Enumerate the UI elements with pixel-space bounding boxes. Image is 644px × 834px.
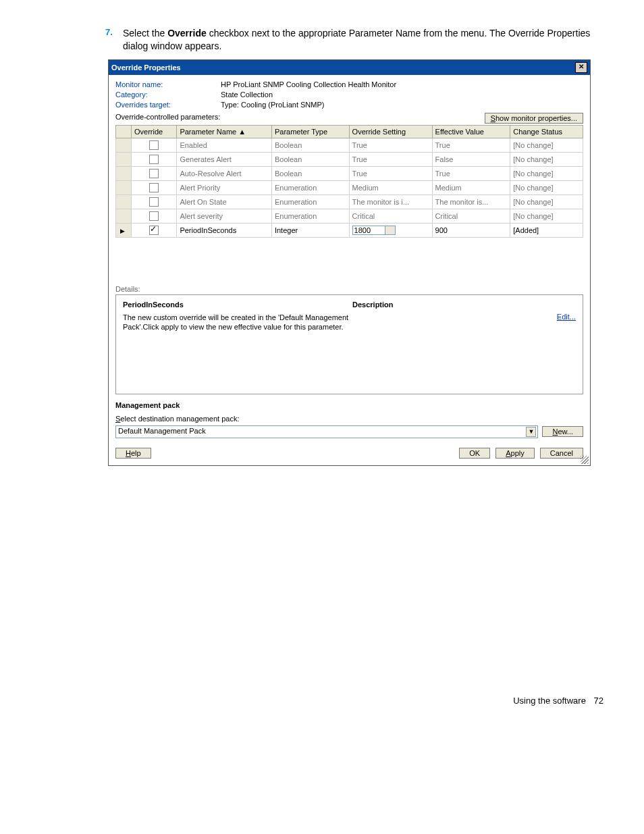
override-setting-cell: Critical bbox=[349, 209, 432, 223]
table-header-row: Override Parameter Name ▲ Parameter Type… bbox=[116, 125, 583, 138]
table-row[interactable]: Alert On StateEnumerationThe monitor is … bbox=[116, 194, 583, 209]
override-checkbox[interactable] bbox=[149, 155, 159, 164]
override-setting-cell: The monitor is i... bbox=[349, 194, 432, 209]
override-checkbox-cell bbox=[132, 138, 177, 152]
effective-value-cell: True bbox=[432, 166, 510, 180]
page-number: 72 bbox=[594, 696, 603, 706]
ok-button[interactable]: OK bbox=[459, 448, 490, 459]
param-name-cell: Enabled bbox=[177, 138, 272, 152]
show-monitor-properties-button[interactable]: Show monitor properties... bbox=[485, 113, 583, 124]
details-box: PeriodInSeconds Description The new cust… bbox=[115, 294, 583, 394]
help-button[interactable]: Help bbox=[115, 448, 151, 459]
table-row[interactable]: Generates AlertBooleanTrueFalse[No chang… bbox=[116, 152, 583, 166]
details-desc-header: Description bbox=[352, 301, 394, 309]
col-parameter-name[interactable]: Parameter Name ▲ bbox=[177, 125, 272, 138]
instruction-step: 7. Select the Override checkbox next to … bbox=[105, 27, 603, 53]
table-row[interactable]: PeriodInSecondsInteger1800900[Added] bbox=[116, 223, 583, 237]
param-name-cell: Generates Alert bbox=[177, 152, 272, 166]
override-checkbox-cell bbox=[132, 223, 177, 237]
change-status-cell: [No change] bbox=[510, 180, 583, 194]
change-status-cell: [No change] bbox=[510, 209, 583, 223]
override-checkbox[interactable] bbox=[149, 183, 159, 192]
param-name-cell: PeriodInSeconds bbox=[177, 223, 272, 237]
col-change-status[interactable]: Change Status bbox=[510, 125, 583, 138]
col-marker bbox=[116, 125, 132, 138]
change-status-cell: [No change] bbox=[510, 194, 583, 209]
category-label: Category: bbox=[115, 90, 221, 99]
change-status-cell: [Added] bbox=[510, 223, 583, 237]
table-row[interactable]: Auto-Resolve AlertBooleanTrueTrue[No cha… bbox=[116, 166, 583, 180]
mgmt-pack-select[interactable]: Default Management Pack bbox=[115, 425, 538, 438]
target-label: Overrides target: bbox=[115, 101, 221, 109]
col-override[interactable]: Override bbox=[132, 125, 177, 138]
row-marker bbox=[116, 138, 132, 152]
param-type-cell: Integer bbox=[271, 223, 349, 237]
override-setting-cell: Medium bbox=[349, 180, 432, 194]
row-marker bbox=[116, 194, 132, 209]
param-type-cell: Enumeration bbox=[271, 194, 349, 209]
edit-link[interactable]: Edit... bbox=[557, 313, 576, 321]
step-text: Select the Override checkbox next to the… bbox=[123, 27, 603, 53]
override-checkbox[interactable] bbox=[149, 211, 159, 221]
param-type-cell: Boolean bbox=[271, 152, 349, 166]
col-parameter-type[interactable]: Parameter Type bbox=[271, 125, 349, 138]
effective-value-cell: The monitor is... bbox=[432, 194, 510, 209]
override-setting-cell: True bbox=[349, 166, 432, 180]
param-name-cell: Alert severity bbox=[177, 209, 272, 223]
param-type-cell: Enumeration bbox=[271, 209, 349, 223]
override-checkbox-cell bbox=[132, 209, 177, 223]
override-checkbox[interactable] bbox=[149, 226, 159, 235]
details-title: PeriodInSeconds bbox=[123, 301, 352, 309]
page-footer: Using the software 72 bbox=[41, 696, 603, 706]
monitor-name-value: HP ProLiant SNMP Cooling Collection Heal… bbox=[221, 80, 396, 88]
col-effective-value[interactable]: Effective Value bbox=[432, 125, 510, 138]
override-checkbox-cell bbox=[132, 180, 177, 194]
table-row[interactable]: Alert PriorityEnumerationMediumMedium[No… bbox=[116, 180, 583, 194]
override-setting-cell[interactable]: 1800 bbox=[349, 223, 432, 237]
row-marker bbox=[116, 166, 132, 180]
param-type-cell: Boolean bbox=[271, 166, 349, 180]
setting-spinner[interactable]: 1800 bbox=[352, 226, 396, 235]
details-message: The new custom override will be created … bbox=[123, 313, 352, 332]
cancel-button[interactable]: Cancel bbox=[540, 448, 583, 459]
override-setting-cell: True bbox=[349, 152, 432, 166]
titlebar: Override Properties ✕ bbox=[109, 60, 590, 75]
parameters-table: Override Parameter Name ▲ Parameter Type… bbox=[115, 125, 583, 238]
effective-value-cell: False bbox=[432, 152, 510, 166]
category-value: State Collection bbox=[221, 90, 273, 99]
override-checkbox-cell bbox=[132, 152, 177, 166]
table-row[interactable]: Alert severityEnumerationCriticalCritica… bbox=[116, 209, 583, 223]
row-marker bbox=[116, 209, 132, 223]
details-label: Details: bbox=[115, 285, 583, 293]
change-status-cell: [No change] bbox=[510, 138, 583, 152]
monitor-name-label: Monitor name: bbox=[115, 80, 221, 88]
param-name-cell: Alert Priority bbox=[177, 180, 272, 194]
select-mgmt-pack-label: Select destination management pack: bbox=[115, 415, 583, 423]
effective-value-cell: True bbox=[432, 138, 510, 152]
override-params-label: Override-controlled parameters: bbox=[115, 113, 220, 121]
col-override-setting[interactable]: Override Setting bbox=[349, 125, 432, 138]
override-checkbox[interactable] bbox=[149, 197, 159, 207]
override-properties-dialog: Override Properties ✕ Monitor name: HP P… bbox=[108, 59, 591, 466]
new-button[interactable]: New... bbox=[542, 426, 583, 437]
override-setting-cell: True bbox=[349, 138, 432, 152]
override-checkbox[interactable] bbox=[149, 140, 159, 150]
change-status-cell: [No change] bbox=[510, 166, 583, 180]
param-name-cell: Auto-Resolve Alert bbox=[177, 166, 272, 180]
apply-button[interactable]: Apply bbox=[495, 448, 535, 459]
param-name-cell: Alert On State bbox=[177, 194, 272, 209]
step-number: 7. bbox=[105, 27, 123, 53]
param-type-cell: Boolean bbox=[271, 138, 349, 152]
resize-grip-icon[interactable] bbox=[581, 456, 589, 464]
target-value: Type: Cooling (ProLiant SNMP) bbox=[221, 101, 324, 109]
override-checkbox-cell bbox=[132, 166, 177, 180]
param-type-cell: Enumeration bbox=[271, 180, 349, 194]
row-marker bbox=[116, 152, 132, 166]
change-status-cell: [No change] bbox=[510, 152, 583, 166]
effective-value-cell: 900 bbox=[432, 223, 510, 237]
row-marker bbox=[116, 223, 132, 237]
override-checkbox[interactable] bbox=[149, 169, 159, 178]
management-pack-title: Management pack bbox=[115, 401, 583, 409]
close-icon[interactable]: ✕ bbox=[575, 62, 587, 73]
table-row[interactable]: EnabledBooleanTrueTrue[No change] bbox=[116, 138, 583, 152]
